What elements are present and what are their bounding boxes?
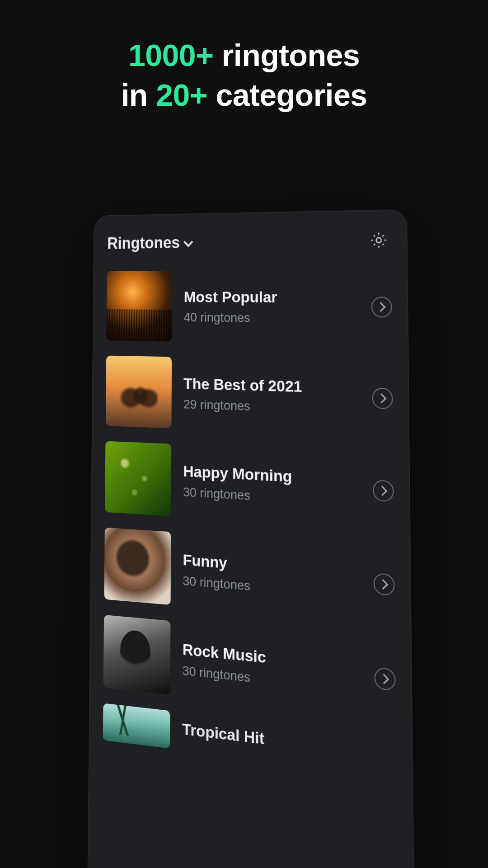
chevron-right-icon xyxy=(374,667,395,691)
chevron-right-icon xyxy=(373,480,394,502)
category-thumbnail xyxy=(105,441,171,516)
category-title: Tropical Hit xyxy=(182,719,396,764)
promo-banner: 1000+ ringtones in 20+ categories xyxy=(0,0,488,115)
promo-categories-count: 20+ xyxy=(156,78,207,112)
section-title: Ringtones xyxy=(107,233,180,253)
category-text: Rock Music30 ringtones xyxy=(183,640,361,696)
category-list: Most Popular40 ringtonesThe Best of 2021… xyxy=(103,270,397,777)
category-text: Most Popular40 ringtones xyxy=(184,288,359,326)
chevron-down-icon xyxy=(184,238,192,246)
settings-button[interactable] xyxy=(369,230,389,250)
category-row[interactable]: Rock Music30 ringtones xyxy=(103,615,396,719)
chevron-right-icon xyxy=(371,297,392,317)
category-row[interactable]: The Best of 202129 ringtones xyxy=(106,356,393,437)
promo-count: 1000+ xyxy=(128,38,213,72)
category-title: The Best of 2021 xyxy=(183,374,359,397)
chevron-right-icon xyxy=(374,573,395,596)
category-thumbnail xyxy=(103,703,170,748)
app-header: Ringtones xyxy=(107,230,391,253)
category-subtitle: 29 ringtones xyxy=(183,396,359,417)
gear-icon xyxy=(369,231,388,250)
category-subtitle: 30 ringtones xyxy=(183,485,360,509)
device-frame: Ringtones Most Popular40 ringtonesThe Be… xyxy=(87,209,415,868)
category-title: Happy Morning xyxy=(183,462,360,489)
promo-text-3: categories xyxy=(207,78,367,112)
category-thumbnail xyxy=(106,271,172,341)
category-thumbnail xyxy=(103,615,171,695)
promo-text-1: ringtones xyxy=(213,38,360,72)
category-text: The Best of 202129 ringtones xyxy=(183,374,359,417)
category-row[interactable]: Happy Morning30 ringtones xyxy=(105,441,394,530)
category-subtitle: 40 ringtones xyxy=(184,310,359,326)
category-thumbnail xyxy=(106,356,172,429)
chevron-right-icon xyxy=(372,387,393,409)
category-row[interactable]: Funny30 ringtones xyxy=(104,528,395,624)
category-title: Most Popular xyxy=(184,288,358,307)
promo-text-2: in xyxy=(121,78,156,112)
section-dropdown[interactable]: Ringtones xyxy=(107,233,192,253)
category-text: Funny30 ringtones xyxy=(183,551,360,603)
category-text: Tropical Hit xyxy=(182,719,396,769)
category-row[interactable]: Most Popular40 ringtones xyxy=(106,270,392,345)
category-thumbnail xyxy=(104,528,171,605)
svg-point-0 xyxy=(376,238,381,243)
category-text: Happy Morning30 ringtones xyxy=(183,462,360,509)
